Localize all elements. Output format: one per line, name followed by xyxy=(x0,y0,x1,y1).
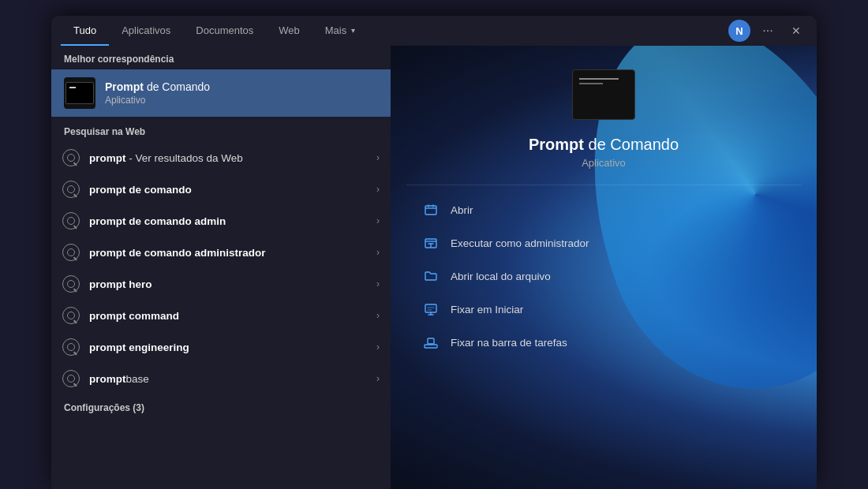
search-icon xyxy=(62,307,80,324)
svg-rect-4 xyxy=(428,338,434,344)
search-icon xyxy=(62,275,80,293)
result-text: prompt engineering xyxy=(89,342,367,353)
app-subtitle: Aplicativo xyxy=(582,157,626,169)
top-bar: Tudo Aplicativos Documentos Web Mais ▾ N… xyxy=(51,16,817,46)
best-match-title: Prompt de Comando xyxy=(105,80,210,93)
divider xyxy=(406,185,801,185)
top-bar-right: N ··· ✕ xyxy=(728,20,807,42)
best-match-header: Melhor correspondência xyxy=(51,46,391,69)
main-content: Melhor correspondência Prompt de Comando… xyxy=(51,46,817,489)
best-match-item[interactable]: Prompt de Comando Aplicativo xyxy=(51,69,391,117)
tab-documentos[interactable]: Documentos xyxy=(183,16,266,46)
action-folder[interactable]: Abrir local do arquivo xyxy=(414,259,793,293)
chevron-right-icon: › xyxy=(376,373,380,384)
tab-tudo[interactable]: Tudo xyxy=(61,16,109,46)
result-text: promptbase xyxy=(89,373,367,385)
action-admin-label: Executar como administrador xyxy=(451,237,589,249)
result-text: prompt command xyxy=(89,310,367,322)
right-content: Prompt de Comando Aplicativo xyxy=(406,69,801,359)
right-panel: Prompt de Comando Aplicativo xyxy=(391,46,817,489)
app-title: Prompt de Comando xyxy=(529,136,679,154)
app-icon-small xyxy=(64,77,95,109)
config-header: Configurações (3) xyxy=(51,394,391,418)
action-open[interactable]: Abrir xyxy=(414,193,793,226)
folder-icon xyxy=(422,267,440,285)
chevron-down-icon: ▾ xyxy=(351,26,355,35)
svg-rect-0 xyxy=(425,206,436,215)
best-match-text: Prompt de Comando Aplicativo xyxy=(105,80,210,106)
action-folder-label: Abrir local do arquivo xyxy=(451,271,551,282)
result-text: prompt - Ver resultados da Web xyxy=(89,152,367,164)
cmd-line-2 xyxy=(579,83,603,84)
tab-web[interactable]: Web xyxy=(266,16,312,46)
list-item[interactable]: prompt engineering › xyxy=(51,331,391,363)
result-text: prompt de comando administrador xyxy=(89,247,367,259)
action-pin-start[interactable]: Fixar em Iniciar xyxy=(414,293,793,326)
pin-start-icon xyxy=(422,300,440,318)
action-pin-taskbar-label: Fixar na barra de tarefas xyxy=(451,337,567,349)
left-panel: Melhor correspondência Prompt de Comando… xyxy=(51,46,391,489)
search-icon xyxy=(62,149,80,166)
cmd-cursor xyxy=(69,87,76,88)
cmd-icon xyxy=(65,82,94,104)
chevron-right-icon: › xyxy=(376,215,380,226)
tab-aplicativos[interactable]: Aplicativos xyxy=(109,16,183,46)
more-options-button[interactable]: ··· xyxy=(757,20,779,42)
chevron-right-icon: › xyxy=(376,184,380,195)
tab-list: Tudo Aplicativos Documentos Web Mais ▾ xyxy=(61,16,368,46)
best-match-subtitle: Aplicativo xyxy=(105,95,210,106)
search-icon xyxy=(62,212,80,230)
result-text: prompt hero xyxy=(89,278,367,290)
search-window: Tudo Aplicativos Documentos Web Mais ▾ N… xyxy=(51,16,817,489)
tab-mais[interactable]: Mais ▾ xyxy=(312,16,368,46)
action-pin-taskbar[interactable]: Fixar na barra de tarefas xyxy=(414,326,793,359)
list-item[interactable]: promptbase › xyxy=(51,363,391,394)
result-text: prompt de comando admin xyxy=(89,215,367,227)
web-search-header: Pesquisar na Web xyxy=(51,117,391,142)
search-icon xyxy=(62,370,80,387)
close-button[interactable]: ✕ xyxy=(785,20,807,42)
open-icon xyxy=(422,201,440,218)
action-pin-start-label: Fixar em Iniciar xyxy=(451,304,523,315)
chevron-right-icon: › xyxy=(376,278,380,289)
search-icon xyxy=(62,181,80,198)
list-item[interactable]: prompt de comando admin › xyxy=(51,205,391,237)
chevron-right-icon: › xyxy=(376,310,380,321)
list-item[interactable]: prompt de comando administrador › xyxy=(51,237,391,268)
list-item[interactable]: prompt - Ver resultados da Web › xyxy=(51,142,391,174)
app-icon-large xyxy=(572,69,635,120)
search-icon xyxy=(62,244,80,261)
pin-taskbar-icon xyxy=(422,334,440,351)
chevron-right-icon: › xyxy=(376,247,380,258)
list-item[interactable]: prompt hero › xyxy=(51,268,391,300)
action-admin[interactable]: Executar como administrador xyxy=(414,226,793,259)
result-text: prompt de comando xyxy=(89,184,367,196)
list-item[interactable]: prompt command › xyxy=(51,300,391,331)
chevron-right-icon: › xyxy=(376,342,380,353)
admin-icon xyxy=(422,234,440,252)
avatar[interactable]: N xyxy=(728,20,750,42)
cmd-line-1 xyxy=(579,78,619,80)
chevron-right-icon: › xyxy=(376,152,380,163)
svg-rect-2 xyxy=(425,304,436,312)
action-list: Abrir Executar como administrador xyxy=(406,193,801,359)
search-icon xyxy=(62,338,80,356)
action-open-label: Abrir xyxy=(451,204,473,216)
list-item[interactable]: prompt de comando › xyxy=(51,174,391,205)
